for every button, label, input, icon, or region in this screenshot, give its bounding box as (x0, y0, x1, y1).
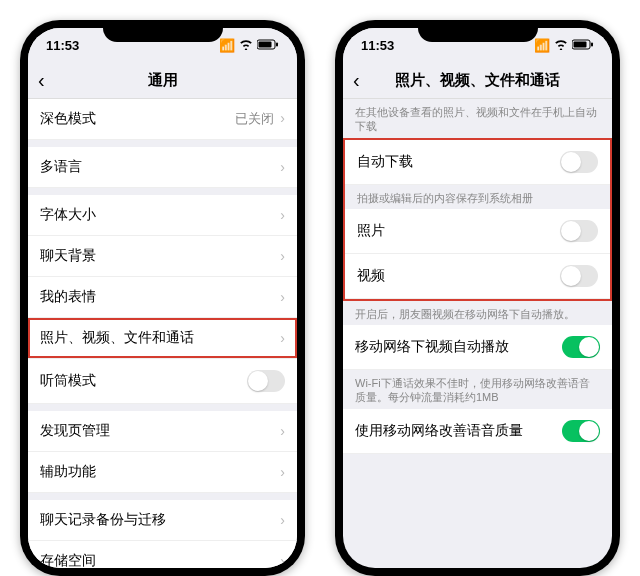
row-storage[interactable]: 存储空间 › (28, 541, 297, 568)
status-time: 11:53 (361, 38, 394, 53)
status-right: 📶 (219, 38, 279, 53)
row-language[interactable]: 多语言 › (28, 147, 297, 188)
chevron-right-icon: › (280, 110, 285, 126)
toggle-earpiece[interactable] (247, 370, 285, 392)
label: 多语言 (40, 158, 82, 176)
row-media-files[interactable]: 照片、视频、文件和通话 › (28, 318, 297, 359)
label: 使用移动网络改善语音质量 (355, 422, 523, 440)
label: 聊天记录备份与迁移 (40, 511, 166, 529)
row-font-size[interactable]: 字体大小 › (28, 195, 297, 236)
section-header: 拍摄或编辑后的内容保存到系统相册 (345, 185, 610, 209)
chevron-right-icon: › (280, 207, 285, 223)
toggle-autoplay[interactable] (562, 336, 600, 358)
section-header: 开启后，朋友圈视频在移动网络下自动播放。 (343, 301, 612, 325)
label: 移动网络下视频自动播放 (355, 338, 509, 356)
page-title: 照片、视频、文件和通话 (395, 71, 560, 90)
row-earpiece-mode[interactable]: 听筒模式 (28, 359, 297, 404)
row-stickers[interactable]: 我的表情 › (28, 277, 297, 318)
chevron-right-icon: › (280, 464, 285, 480)
navbar: ‹ 照片、视频、文件和通话 (343, 62, 612, 99)
back-icon[interactable]: ‹ (353, 69, 360, 92)
highlight-group: 自动下载 拍摄或编辑后的内容保存到系统相册 照片 视频 (343, 138, 612, 301)
label: 存储空间 (40, 552, 96, 568)
notch (103, 20, 223, 42)
row-dark-mode[interactable]: 深色模式 已关闭› (28, 99, 297, 140)
label: 视频 (357, 267, 385, 285)
status-time: 11:53 (46, 38, 79, 53)
label: 字体大小 (40, 206, 96, 224)
phone-right: 11:53 📶 ‹ 照片、视频、文件和通话 在其他设备查看的照片、视频和文件在手… (335, 20, 620, 576)
chevron-right-icon: › (280, 423, 285, 439)
svg-rect-2 (276, 42, 278, 46)
chevron-right-icon: › (280, 330, 285, 346)
section-header: Wi-Fi下通话效果不佳时，使用移动网络改善语音质量。每分钟流量消耗约1MB (343, 370, 612, 409)
label: 发现页管理 (40, 422, 110, 440)
battery-icon (572, 38, 594, 53)
row-discover[interactable]: 发现页管理 › (28, 411, 297, 452)
content-right[interactable]: 在其他设备查看的照片、视频和文件在手机上自动下载 自动下载 拍摄或编辑后的内容保… (343, 99, 612, 568)
chevron-right-icon: › (280, 248, 285, 264)
label: 听筒模式 (40, 372, 96, 390)
row-accessibility[interactable]: 辅助功能 › (28, 452, 297, 493)
label: 辅助功能 (40, 463, 96, 481)
row-video[interactable]: 视频 (345, 254, 610, 299)
chevron-right-icon: › (280, 289, 285, 305)
value: 已关闭 (235, 111, 274, 126)
toggle-video[interactable] (560, 265, 598, 287)
chevron-right-icon: › (280, 159, 285, 175)
notch (418, 20, 538, 42)
chevron-right-icon: › (280, 512, 285, 528)
section-header: 在其他设备查看的照片、视频和文件在手机上自动下载 (343, 99, 612, 138)
row-chat-bg[interactable]: 聊天背景 › (28, 236, 297, 277)
label: 深色模式 (40, 110, 96, 128)
toggle-photo[interactable] (560, 220, 598, 242)
row-auto-download[interactable]: 自动下载 (345, 140, 610, 185)
row-backup[interactable]: 聊天记录备份与迁移 › (28, 500, 297, 541)
toggle-voice-quality[interactable] (562, 420, 600, 442)
back-icon[interactable]: ‹ (38, 69, 45, 92)
toggle-auto-download[interactable] (560, 151, 598, 173)
wifi-icon (239, 38, 253, 53)
svg-rect-5 (591, 42, 593, 46)
wifi-icon (554, 38, 568, 53)
label: 自动下载 (357, 153, 413, 171)
page-title: 通用 (148, 71, 178, 90)
label: 照片 (357, 222, 385, 240)
screen-left: 11:53 📶 ‹ 通用 深色模式 已关闭› 多语言 (28, 28, 297, 568)
label: 我的表情 (40, 288, 96, 306)
svg-rect-4 (574, 41, 587, 47)
svg-rect-1 (259, 41, 272, 47)
row-voice-quality[interactable]: 使用移动网络改善语音质量 (343, 409, 612, 454)
screen-right: 11:53 📶 ‹ 照片、视频、文件和通话 在其他设备查看的照片、视频和文件在手… (343, 28, 612, 568)
row-photo[interactable]: 照片 (345, 209, 610, 254)
label: 聊天背景 (40, 247, 96, 265)
battery-icon (257, 38, 279, 53)
chevron-right-icon: › (280, 553, 285, 568)
status-right: 📶 (534, 38, 594, 53)
navbar: ‹ 通用 (28, 62, 297, 99)
signal-icon: 📶 (219, 38, 235, 53)
row-autoplay[interactable]: 移动网络下视频自动播放 (343, 325, 612, 370)
signal-icon: 📶 (534, 38, 550, 53)
phone-left: 11:53 📶 ‹ 通用 深色模式 已关闭› 多语言 (20, 20, 305, 576)
label: 照片、视频、文件和通话 (40, 329, 194, 347)
content-left[interactable]: 深色模式 已关闭› 多语言 › 字体大小 › 聊天背景 › 我的表情 › (28, 99, 297, 568)
